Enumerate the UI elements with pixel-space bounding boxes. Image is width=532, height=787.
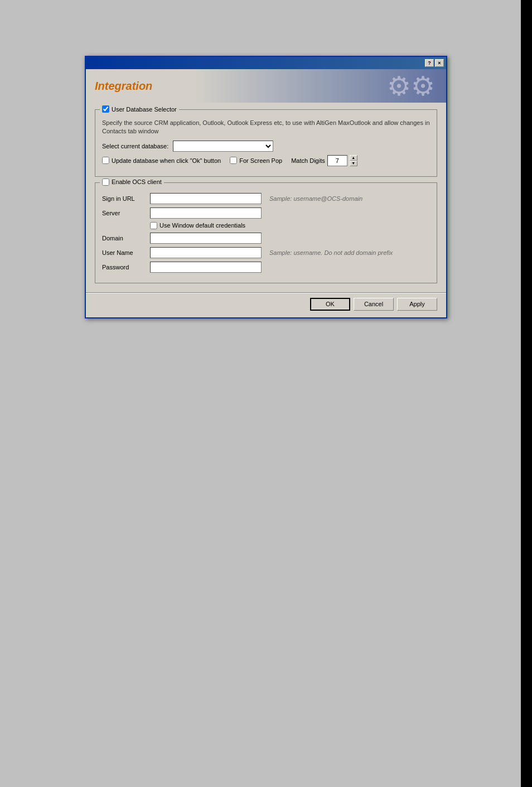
apply-button[interactable]: Apply xyxy=(397,298,437,311)
help-button[interactable]: ? xyxy=(425,59,434,67)
password-input[interactable] xyxy=(150,262,262,273)
ocs-enable-label: Enable OCS client xyxy=(112,178,162,185)
sign-in-url-sample: Sample: username@OCS-domain xyxy=(269,195,362,202)
button-row: OK Cancel Apply xyxy=(86,293,446,317)
database-select-row: Select current database: xyxy=(102,141,430,152)
match-digits-label: Match Digits xyxy=(291,157,325,164)
ocs-enable-checkbox[interactable] xyxy=(102,178,109,186)
ocs-legend: Enable OCS client xyxy=(100,178,164,186)
content-area: User Database Selector Specify the sourc… xyxy=(86,103,446,292)
sign-in-url-label: Sign in URL xyxy=(102,195,147,202)
domain-input[interactable] xyxy=(150,233,262,244)
database-select[interactable] xyxy=(173,141,273,152)
username-row: User Name Sample: username. Do not add d… xyxy=(102,247,430,258)
windows-creds-label[interactable]: Use Window default credentials xyxy=(150,222,245,229)
server-input[interactable] xyxy=(150,207,262,219)
user-db-group: User Database Selector Specify the sourc… xyxy=(95,109,437,177)
gear-icon: ⚙⚙ xyxy=(387,70,435,102)
username-label: User Name xyxy=(102,249,147,256)
windows-creds-checkbox[interactable] xyxy=(150,222,157,229)
ok-button[interactable]: OK xyxy=(310,298,350,311)
options-row: Update database when click "Ok" button F… xyxy=(102,155,430,166)
description-text: Specify the source CRM application, Outl… xyxy=(102,119,430,136)
dialog-window: ? × Integration ⚙⚙ User Database Selecto… xyxy=(85,56,447,318)
screen-pop-label[interactable]: For Screen Pop xyxy=(230,157,282,164)
user-db-checkbox[interactable] xyxy=(102,105,109,113)
match-digits-input[interactable] xyxy=(327,155,347,166)
spinner-up-button[interactable]: ▲ xyxy=(350,155,357,161)
ocs-group: Enable OCS client Sign in URL Sample: us… xyxy=(95,182,437,283)
sign-in-url-row: Sign in URL Sample: username@OCS-domain xyxy=(102,193,430,204)
title-bar-buttons: ? × xyxy=(425,59,444,67)
password-label: Password xyxy=(102,264,147,271)
cancel-button[interactable]: Cancel xyxy=(354,298,394,311)
password-row: Password xyxy=(102,262,430,273)
select-label: Select current database: xyxy=(102,143,168,149)
title-bar: ? × xyxy=(86,57,446,69)
user-db-legend: User Database Selector xyxy=(100,105,179,113)
spinner-buttons: ▲ ▼ xyxy=(350,155,357,166)
server-row: Server xyxy=(102,207,430,219)
sidebar-black xyxy=(521,0,532,787)
username-input[interactable] xyxy=(150,247,262,258)
close-button[interactable]: × xyxy=(435,59,444,67)
sign-in-url-input[interactable] xyxy=(150,193,262,204)
user-db-label: User Database Selector xyxy=(112,106,177,113)
server-label: Server xyxy=(102,210,147,216)
spinner-down-button[interactable]: ▼ xyxy=(350,161,357,166)
update-db-checkbox[interactable] xyxy=(102,157,109,164)
windows-creds-row: Use Window default credentials xyxy=(102,222,430,229)
header-area: Integration ⚙⚙ xyxy=(86,69,446,103)
update-db-label[interactable]: Update database when click "Ok" button xyxy=(102,157,221,164)
domain-label: Domain xyxy=(102,235,147,242)
match-digits-container: Match Digits ▲ ▼ xyxy=(291,155,357,166)
dialog-title: Integration xyxy=(95,80,152,93)
domain-row: Domain xyxy=(102,233,430,244)
screen-pop-checkbox[interactable] xyxy=(230,157,237,164)
username-sample: Sample: username. Do not add domain pref… xyxy=(269,249,393,256)
